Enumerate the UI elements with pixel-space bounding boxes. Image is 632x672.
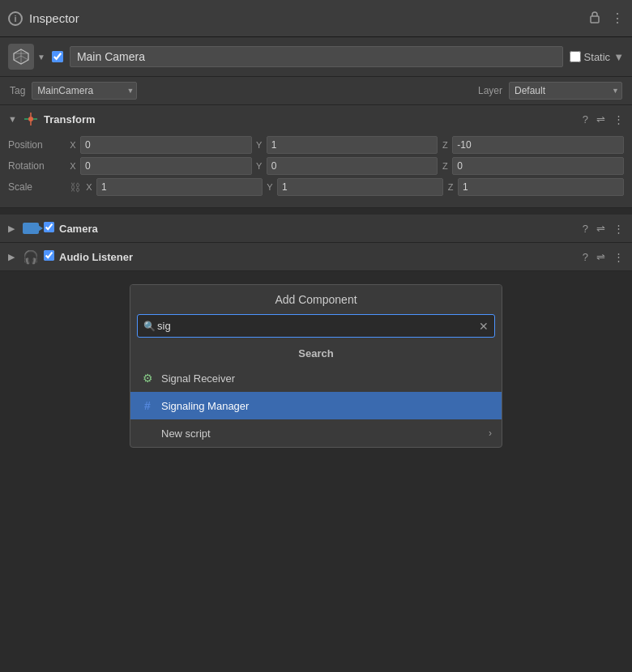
new-script-arrow-icon: › xyxy=(489,427,492,439)
gameobject-name-input[interactable] xyxy=(70,46,563,67)
layer-label: Layer xyxy=(478,85,502,96)
gameobject-row: ▼ Static ▼ xyxy=(0,37,632,77)
tag-layer-row: Tag MainCamera ▼ Layer Default ▼ xyxy=(0,77,632,105)
static-checkbox[interactable] xyxy=(570,51,581,62)
transform-menu-icon[interactable]: ⋮ xyxy=(613,113,624,125)
static-dropdown-arrow[interactable]: ▼ xyxy=(613,51,624,63)
scale-link-icon[interactable]: ⛓ xyxy=(68,181,81,194)
lock-icon[interactable] xyxy=(588,11,601,27)
rot-x-label: X xyxy=(68,161,78,171)
scale-axis-group: X Y Z xyxy=(84,178,624,196)
rotation-row: Rotation X Y Z xyxy=(8,157,624,175)
position-axis-group: X Y Z xyxy=(68,136,624,154)
new-script-icon xyxy=(140,426,155,440)
camera-header[interactable]: ▶ Camera ? ⇌ ⋮ xyxy=(0,215,632,242)
signal-receiver-icon: ⚙ xyxy=(140,371,155,385)
rot-x-input[interactable] xyxy=(80,157,252,175)
tag-wrapper: MainCamera ▼ xyxy=(32,82,137,100)
more-vertical-icon[interactable]: ⋮ xyxy=(611,11,624,26)
inspector-title: Inspector xyxy=(29,11,588,25)
signaling-manager-icon: # xyxy=(140,398,155,413)
layer-select[interactable]: Default xyxy=(509,82,622,100)
camera-help-icon[interactable]: ? xyxy=(583,223,588,235)
rot-z-label: Z xyxy=(440,161,450,171)
search-category-label: Search xyxy=(130,342,502,364)
scale-x-input[interactable] xyxy=(96,178,263,196)
transform-fields: Position X Y Z Rotation X Y Z xyxy=(0,133,632,207)
camera-component: ▶ Camera ? ⇌ ⋮ xyxy=(0,215,632,243)
transform-header[interactable]: ▼ Transform ? ⇌ ⋮ xyxy=(0,105,632,133)
add-component-area: Add Component 🔍 ✕ Search ⚙ Signal Receiv… xyxy=(0,278,632,454)
transform-help-icon[interactable]: ? xyxy=(583,113,588,125)
pos-y-input[interactable] xyxy=(267,136,438,154)
transform-settings-icon[interactable]: ⇌ xyxy=(596,113,605,125)
layer-wrapper: Default ▼ xyxy=(509,82,622,100)
camera-settings-icon[interactable]: ⇌ xyxy=(596,223,605,235)
signaling-manager-label: Signaling Manager xyxy=(161,400,492,412)
audio-listener-component: ▶ 🎧 Audio Listener ? ⇌ ⋮ xyxy=(0,243,632,271)
audio-help-icon[interactable]: ? xyxy=(583,251,588,263)
scale-y-input[interactable] xyxy=(277,178,443,196)
dropdown-title: Add Component xyxy=(130,285,502,314)
pos-z-label: Z xyxy=(440,140,450,150)
audio-listener-actions: ? ⇌ ⋮ xyxy=(583,251,624,263)
position-row: Position X Y Z xyxy=(8,136,624,154)
svg-rect-0 xyxy=(591,16,599,23)
new-script-item[interactable]: New script › xyxy=(130,419,502,447)
camera-menu-icon[interactable]: ⋮ xyxy=(613,223,624,235)
rot-y-label: Y xyxy=(254,161,264,171)
camera-collapse-arrow[interactable]: ▶ xyxy=(8,223,18,234)
gameobject-icon xyxy=(8,44,34,70)
scale-z-input[interactable] xyxy=(458,178,624,196)
new-script-label: New script xyxy=(161,427,482,440)
position-label: Position xyxy=(8,139,65,151)
scale-z-label: Z xyxy=(446,182,455,192)
add-component-dropdown: Add Component 🔍 ✕ Search ⚙ Signal Receiv… xyxy=(130,284,502,448)
camera-name: Camera xyxy=(59,223,578,235)
signaling-manager-item[interactable]: # Signaling Manager xyxy=(130,392,502,419)
scale-x-label: X xyxy=(84,182,94,192)
transform-collapse-arrow[interactable]: ▼ xyxy=(8,114,18,124)
rot-y-input[interactable] xyxy=(267,157,438,175)
component-search-input[interactable] xyxy=(137,314,495,338)
pos-x-input[interactable] xyxy=(80,136,252,154)
search-clear-icon[interactable]: ✕ xyxy=(479,320,489,333)
transform-component: ▼ Transform ? ⇌ ⋮ Position X Y xyxy=(0,105,632,208)
signal-receiver-label: Signal Receiver xyxy=(161,372,492,385)
static-section: Static ▼ xyxy=(570,51,624,63)
scale-label: Scale xyxy=(8,181,65,193)
audio-settings-icon[interactable]: ⇌ xyxy=(596,251,605,263)
section-gap-1 xyxy=(0,208,632,215)
signal-receiver-item[interactable]: ⚙ Signal Receiver xyxy=(130,364,502,392)
rotation-axis-group: X Y Z xyxy=(68,157,624,175)
tag-select[interactable]: MainCamera xyxy=(32,82,137,100)
rot-z-input[interactable] xyxy=(452,157,624,175)
transform-actions: ? ⇌ ⋮ xyxy=(583,113,624,125)
audio-listener-icon: 🎧 xyxy=(23,249,39,265)
search-icon: 🔍 xyxy=(143,321,156,332)
scale-row: Scale ⛓ X Y Z xyxy=(8,178,624,196)
audio-collapse-arrow[interactable]: ▶ xyxy=(8,252,18,262)
camera-active-checkbox[interactable] xyxy=(44,222,54,235)
inspector-header: i Inspector ⋮ xyxy=(0,0,632,37)
camera-icon xyxy=(23,220,39,236)
search-wrapper: 🔍 ✕ xyxy=(137,314,495,338)
tag-label: Tag xyxy=(10,85,25,96)
audio-listener-name: Audio Listener xyxy=(59,251,578,263)
header-icons: ⋮ xyxy=(588,11,624,27)
pos-z-input[interactable] xyxy=(452,136,624,154)
rotation-label: Rotation xyxy=(8,160,65,172)
audio-menu-icon[interactable]: ⋮ xyxy=(613,251,624,263)
scale-y-label: Y xyxy=(265,182,275,192)
transform-icon xyxy=(23,111,39,127)
pos-y-label: Y xyxy=(254,140,264,150)
gameobject-icon-dropdown[interactable]: ▼ xyxy=(37,53,45,62)
static-label: Static xyxy=(584,51,611,63)
svg-point-1 xyxy=(28,117,33,121)
pos-x-label: X xyxy=(68,140,78,150)
audio-listener-header[interactable]: ▶ 🎧 Audio Listener ? ⇌ ⋮ xyxy=(0,243,632,270)
audio-active-checkbox[interactable] xyxy=(44,250,54,263)
transform-name: Transform xyxy=(44,113,578,125)
gameobject-active-checkbox[interactable] xyxy=(52,51,63,62)
section-gap-2 xyxy=(0,271,632,278)
